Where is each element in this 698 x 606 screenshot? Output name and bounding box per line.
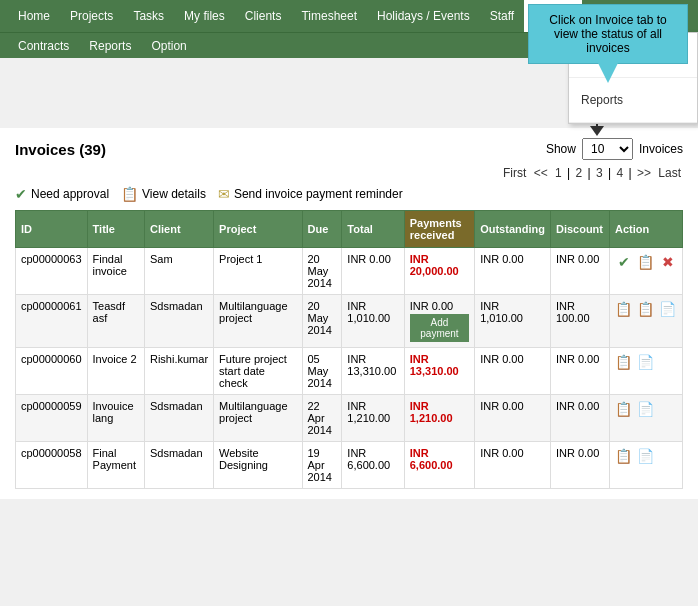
pagination: First << 1 | 2 | 3 | 4 | >> Last (15, 166, 683, 180)
cell-payments: INR 1,210.00 (404, 395, 474, 442)
cell-project: Future project start date check (214, 348, 302, 395)
cell-id: cp00000063 (16, 248, 88, 295)
pdf-icon[interactable]: 📄 (659, 300, 677, 318)
pagination-prev[interactable]: << (534, 166, 548, 180)
cell-action: 📋📋📄 (609, 295, 682, 348)
pagination-last[interactable]: Last (658, 166, 681, 180)
cell-project: Website Designing (214, 442, 302, 489)
pagination-4[interactable]: 4 (616, 166, 623, 180)
cell-total: INR 1,210.00 (342, 395, 404, 442)
dropdown-reports[interactable]: Reports (569, 78, 697, 123)
cell-title: Findal invoice (87, 248, 144, 295)
cell-total: INR 0.00 (342, 248, 404, 295)
cell-due: 19 Apr 2014 (302, 442, 342, 489)
pagination-first[interactable]: First (503, 166, 526, 180)
view-details-icon[interactable]: 📋 (615, 353, 633, 371)
add-payment-button[interactable]: Add payment (410, 314, 469, 342)
action-icons: 📋📄 (615, 353, 677, 371)
payment-amount: INR 13,310.00 (410, 353, 459, 377)
cell-due: 20 May 2014 (302, 295, 342, 348)
cell-client: Rishi.kumar (144, 348, 213, 395)
view-details-icon[interactable]: 📋 (637, 253, 655, 271)
col-due: Due (302, 211, 342, 248)
pdf-icon[interactable]: 📄 (637, 447, 655, 465)
payment-amount: INR 0.00 (410, 300, 453, 312)
table-row: cp00000063 Findal invoice Sam Project 1 … (16, 248, 683, 295)
view-details-icon[interactable]: 📋 (615, 300, 633, 318)
nav-tasks[interactable]: Tasks (123, 0, 174, 32)
legend: ✔ Need approval 📋 View details ✉ Send in… (15, 186, 683, 202)
cell-client: Sam (144, 248, 213, 295)
pagination-3[interactable]: 3 (596, 166, 603, 180)
email-icon: ✉ (218, 186, 230, 202)
nav-staff[interactable]: Staff (480, 0, 524, 32)
legend-view-details: 📋 View details (121, 186, 206, 202)
cell-title: Final Payment (87, 442, 144, 489)
show-select[interactable]: 10 25 50 100 (582, 138, 633, 160)
action-icons: 📋📄 (615, 447, 677, 465)
cell-id: cp00000061 (16, 295, 88, 348)
cell-total: INR 6,600.00 (342, 442, 404, 489)
col-title: Title (87, 211, 144, 248)
nav-contracts[interactable]: Contracts (8, 33, 79, 59)
cell-total: INR 1,010.00 (342, 295, 404, 348)
cell-action: ✔📋✖ (609, 248, 682, 295)
cell-outstanding: INR 0.00 (475, 348, 551, 395)
col-project: Project (214, 211, 302, 248)
main-content: Invoices (39) Show 10 25 50 100 Invoices… (0, 128, 698, 499)
delete-icon[interactable]: ✖ (659, 253, 677, 271)
pagination-2[interactable]: 2 (576, 166, 583, 180)
page-title: Invoices (39) (15, 141, 106, 158)
cell-discount: INR 100.00 (550, 295, 609, 348)
col-id: ID (16, 211, 88, 248)
show-control: Show 10 25 50 100 Invoices (546, 138, 683, 160)
invoices-label: Invoices (639, 142, 683, 156)
cell-id: cp00000058 (16, 442, 88, 489)
col-action: Action (609, 211, 682, 248)
nav-clients[interactable]: Clients (235, 0, 292, 32)
cell-id: cp00000060 (16, 348, 88, 395)
invoice-tooltip: Click on Invoice tab to view the status … (528, 4, 688, 64)
cell-payments: INR 0.00Add payment (404, 295, 474, 348)
view-details-icon[interactable]: 📋 (615, 400, 633, 418)
pagination-next[interactable]: >> (637, 166, 651, 180)
legend-send-reminder-label: Send invoice payment reminder (234, 187, 403, 201)
approve-icon[interactable]: ✔ (615, 253, 633, 271)
cell-id: cp00000059 (16, 395, 88, 442)
table-row: cp00000061 Teasdf asf Sdsmadan Multilang… (16, 295, 683, 348)
legend-send-reminder: ✉ Send invoice payment reminder (218, 186, 403, 202)
view-details-icon[interactable]: 📋 (637, 300, 655, 318)
tooltip-arrow (598, 63, 618, 83)
action-icons: 📋📄 (615, 400, 677, 418)
cell-discount: INR 0.00 (550, 248, 609, 295)
cell-due: 22 Apr 2014 (302, 395, 342, 442)
payment-amount: INR 6,600.00 (410, 447, 453, 471)
cell-payments: INR 13,310.00 (404, 348, 474, 395)
pdf-icon[interactable]: 📄 (637, 353, 655, 371)
cell-project: Multilanguage project (214, 395, 302, 442)
nav-home[interactable]: Home (8, 0, 60, 32)
nav-holidays-events[interactable]: Holidays / Events (367, 0, 480, 32)
cell-client: Sdsmadan (144, 395, 213, 442)
pdf-icon[interactable]: 📄 (637, 400, 655, 418)
cell-outstanding: INR 0.00 (475, 248, 551, 295)
table-row: cp00000058 Final Payment Sdsmadan Websit… (16, 442, 683, 489)
payment-amount: INR 1,210.00 (410, 400, 453, 424)
nav-timesheet[interactable]: Timesheet (291, 0, 367, 32)
cell-client: Sdsmadan (144, 442, 213, 489)
col-total: Total (342, 211, 404, 248)
cell-payments: INR 6,600.00 (404, 442, 474, 489)
nav-projects[interactable]: Projects (60, 0, 123, 32)
nav-option[interactable]: Option (141, 33, 196, 59)
cell-client: Sdsmadan (144, 295, 213, 348)
nav-reports[interactable]: Reports (79, 33, 141, 59)
legend-need-approval: ✔ Need approval (15, 186, 109, 202)
show-label: Show (546, 142, 576, 156)
pagination-1[interactable]: 1 (555, 166, 562, 180)
table-row: cp00000060 Invoice 2 Rishi.kumar Future … (16, 348, 683, 395)
view-details-icon[interactable]: 📋 (615, 447, 633, 465)
nav-myfiles[interactable]: My files (174, 0, 235, 32)
cell-title: Invoice 2 (87, 348, 144, 395)
page-header: Invoices (39) Show 10 25 50 100 Invoices (15, 138, 683, 160)
legend-need-approval-label: Need approval (31, 187, 109, 201)
